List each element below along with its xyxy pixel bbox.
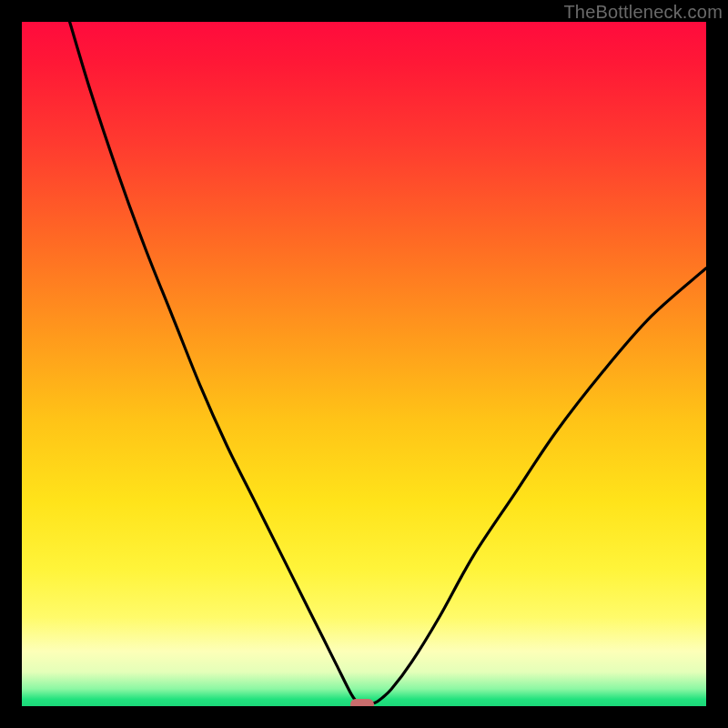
plot-area bbox=[22, 22, 706, 706]
watermark-text: TheBottleneck.com bbox=[563, 2, 723, 23]
optimal-point-marker bbox=[350, 699, 374, 706]
bottleneck-curve bbox=[22, 22, 706, 706]
chart-frame: TheBottleneck.com bbox=[0, 0, 728, 728]
